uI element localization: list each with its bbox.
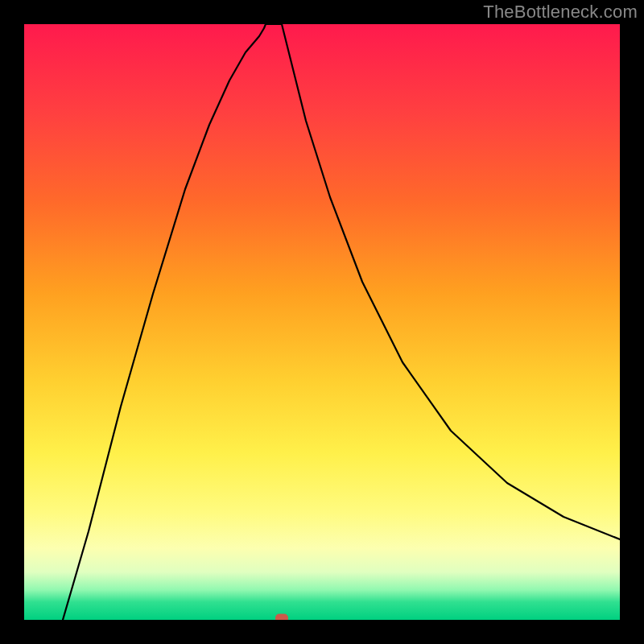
watermark-text: TheBottleneck.com (483, 2, 638, 23)
bottleneck-curve-path (63, 24, 620, 620)
chart-curve (24, 24, 620, 620)
chart-frame (24, 24, 620, 620)
optimal-point-marker (275, 613, 288, 620)
